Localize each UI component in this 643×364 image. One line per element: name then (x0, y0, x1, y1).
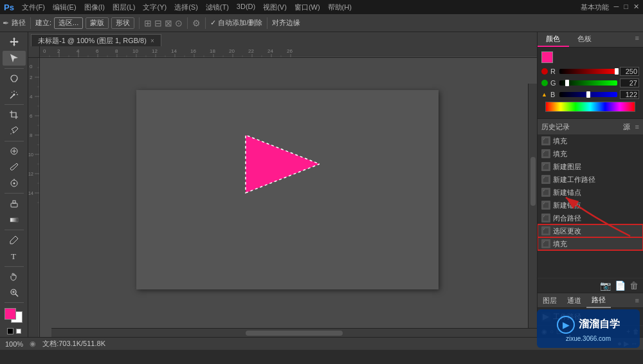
r-value-input[interactable] (620, 67, 639, 76)
history-list: ⬛ 填充 ⬛ 填充 ⬛ 新建图层 ⬛ 新建工作路径 ⬛ 新建锚点 (538, 134, 643, 278)
current-color-preview[interactable] (541, 51, 553, 63)
vscroll-thumb[interactable] (530, 157, 536, 206)
app-icon: Ps (4, 3, 14, 12)
b-slider-thumb[interactable] (586, 91, 590, 98)
opt-icon4: ⊙ (175, 18, 183, 28)
menu-view[interactable]: 视图(V) (263, 3, 287, 12)
title-bar: Ps 文件(F) 编辑(E) 图像(I) 图层(L) 文字(Y) 选择(S) 滤… (0, 0, 643, 14)
zoom-tool[interactable] (3, 285, 26, 300)
horizontal-scrollbar[interactable] (51, 328, 537, 337)
history-icon-3: ⬛ (541, 175, 550, 184)
move-tool[interactable] (3, 35, 26, 50)
lasso-tool[interactable] (3, 71, 26, 86)
align-edges-label: 对齐边缘 (272, 18, 300, 28)
menu-edit[interactable]: 编辑(E) (53, 3, 77, 12)
tab-paths[interactable]: 路径 (586, 293, 611, 308)
g-value-input[interactable] (620, 78, 639, 87)
opt-icon1: ⊞ (144, 18, 152, 28)
history-icon-4: ⬛ (541, 188, 550, 197)
menu-text[interactable]: 文字(Y) (143, 3, 167, 12)
history-icon-8: ⬛ (541, 239, 550, 248)
title-menu-area: Ps 文件(F) 编辑(E) 图像(I) 图层(L) 文字(Y) 选择(S) 滤… (4, 3, 352, 12)
hand-tool[interactable] (3, 269, 26, 284)
crop-tool[interactable] (3, 107, 26, 122)
history-item-5[interactable]: ⬛ 新建锚点 (538, 199, 643, 212)
eyedropper-tool[interactable] (3, 123, 26, 138)
text-tool[interactable]: T (3, 249, 26, 264)
menu-window[interactable]: 窗口(W) (294, 3, 320, 12)
clone-tool[interactable] (3, 176, 26, 190)
document-tab[interactable]: 未标题-1 @ 100% (图层 1, RGB/8) × (31, 34, 161, 46)
history-item-6[interactable]: ⬛ 闭合路径 (538, 212, 643, 224)
history-item-8[interactable]: ⬛ 填充 (538, 237, 643, 250)
history-label-7: 选区更改 (553, 226, 581, 236)
history-item-0[interactable]: ⬛ 填充 (538, 134, 643, 147)
document-tab-bar: 未标题-1 @ 100% (图层 1, RGB/8) × (28, 32, 537, 46)
r-slider-track[interactable] (559, 69, 617, 74)
eraser-tool[interactable] (3, 196, 26, 211)
menu-layer[interactable]: 图层(L) (113, 3, 135, 12)
healing-tool[interactable] (3, 144, 26, 159)
g-slider-thumb[interactable] (565, 80, 569, 86)
gear-icon[interactable]: ⚙ (192, 18, 201, 28)
pen-tool[interactable] (3, 233, 26, 248)
history-new-doc-icon[interactable]: 📄 (613, 280, 628, 291)
menu-filter[interactable]: 滤镜(T) (206, 3, 229, 12)
r-slider-thumb[interactable] (615, 68, 619, 75)
panel-menu-icon[interactable]: ≡ (631, 32, 643, 47)
tab-swatches[interactable]: 色板 (569, 32, 601, 47)
menu-help[interactable]: 帮助(H) (328, 3, 352, 12)
vertical-scrollbar[interactable] (528, 84, 537, 328)
r-slider-container[interactable] (559, 69, 617, 74)
history-title: 历史记录 (541, 122, 570, 132)
tab-channels[interactable]: 通道 (562, 294, 586, 307)
menu-image[interactable]: 图像(I) (84, 3, 105, 12)
b-slider-container[interactable] (559, 92, 617, 97)
foreground-color-swatch[interactable] (5, 308, 16, 320)
b-value-input[interactable] (620, 90, 639, 99)
history-snapshot-icon[interactable]: 📷 (598, 280, 613, 291)
brush-tool[interactable] (3, 160, 26, 175)
menu-select[interactable]: 选择(S) (174, 3, 198, 12)
select-option[interactable]: 选区... (54, 17, 83, 29)
panel-options-icon[interactable]: ≡ (631, 296, 643, 304)
magic-wand-tool[interactable] (3, 87, 26, 102)
tab-close-button[interactable]: × (150, 37, 154, 44)
color-spectrum-bar[interactable] (545, 102, 635, 112)
svg-rect-13 (13, 201, 15, 203)
maximize-button[interactable]: □ (624, 3, 628, 12)
history-item-4[interactable]: ⬛ 新建锚点 (538, 186, 643, 199)
shape-option[interactable]: 形状 (111, 17, 134, 29)
ruler-corner (28, 46, 40, 58)
svg-text:8: 8 (30, 132, 33, 138)
hscroll-thumb[interactable] (246, 331, 343, 336)
g-slider-container[interactable] (559, 80, 617, 86)
minimize-button[interactable]: ─ (614, 3, 619, 12)
build-label: 建立: (35, 18, 51, 28)
watermark-text: 溜溜自学 (579, 318, 620, 331)
history-item-2[interactable]: ⬛ 新建图层 (538, 160, 643, 173)
close-button[interactable]: ✕ (633, 3, 639, 12)
default-colors-icon[interactable] (7, 328, 14, 334)
history-delete-icon[interactable]: 🗑 (628, 280, 640, 291)
canvas-viewport[interactable] (40, 58, 537, 337)
mask-option[interactable]: 蒙版 (86, 17, 109, 29)
gradient-tool[interactable] (3, 212, 26, 227)
history-item-1[interactable]: ⬛ 填充 (538, 147, 643, 160)
watermark-play-icon: ▶ (557, 316, 575, 334)
tab-layers[interactable]: 图层 (538, 294, 562, 307)
menu-3d[interactable]: 3D(D) (237, 3, 255, 12)
svg-text:14: 14 (28, 191, 33, 196)
history-item-7[interactable]: ⬛ 选区更改 (538, 224, 643, 237)
history-icon-7: ⬛ (541, 226, 550, 235)
history-label-4: 新建锚点 (553, 188, 581, 197)
menu-file[interactable]: 文件(F) (22, 3, 45, 12)
history-item-3[interactable]: ⬛ 新建工作路径 (538, 173, 643, 186)
history-panel-header[interactable]: 历史记录 源 ≡ (538, 119, 643, 134)
swap-colors-icon[interactable] (16, 329, 21, 334)
svg-line-5 (12, 92, 12, 93)
watermark-url: zixue.3066.com (566, 335, 611, 342)
path-select-tool[interactable] (3, 51, 26, 66)
history-panel-menu[interactable]: ≡ (635, 123, 639, 131)
tab-color[interactable]: 颜色 (538, 32, 569, 47)
